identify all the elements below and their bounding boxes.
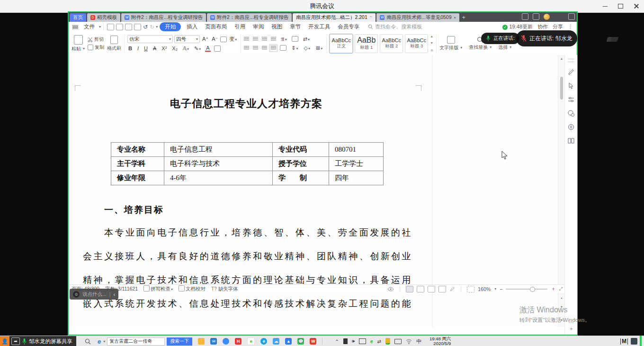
increase-indent-icon[interactable]	[271, 37, 276, 41]
printer-icon[interactable]	[394, 339, 402, 344]
battery-icon[interactable]	[343, 338, 348, 344]
share-button[interactable]: 分享	[553, 23, 563, 30]
strikethrough-button[interactable]: A	[152, 46, 157, 51]
align-center-icon[interactable]	[253, 46, 258, 50]
tab-doc-opinions[interactable]: W南昌应用技术师...等意见0509▾	[376, 13, 459, 22]
phonetic-guide-button[interactable]: 变▾	[228, 36, 238, 43]
text-direction-button[interactable]: 𝔄▾	[280, 36, 287, 42]
tab-grid-icon[interactable]	[533, 13, 539, 20]
meeting-member-icon[interactable]: 👤	[0, 336, 9, 346]
underline-button[interactable]: U	[143, 46, 149, 51]
export-pdf-icon[interactable]	[116, 24, 123, 30]
read-view-icon[interactable]	[428, 286, 435, 292]
save-icon[interactable]	[107, 24, 114, 30]
cloud-app-icon[interactable]: ☁	[273, 338, 279, 345]
chat-quick-bubble[interactable]: ☺ 说点什么... | ‹	[70, 289, 118, 300]
menu-page-layout[interactable]: 页面布局	[201, 23, 231, 30]
tab-doc-attachment-2[interactable]: W附件2：南昌应...程专业调研报告	[207, 13, 292, 22]
scrollbar-thumb[interactable]	[560, 77, 563, 100]
command-search[interactable]: 查找命令、搜索模板	[368, 23, 422, 30]
collaborate-button[interactable]: 协作	[537, 23, 548, 30]
tab-layout-icon[interactable]	[522, 13, 528, 20]
italic-button[interactable]: I	[136, 46, 140, 51]
more-menu-icon[interactable]: ⋮	[568, 24, 573, 30]
account-avatar[interactable]	[544, 14, 550, 20]
collapse-chat-icon[interactable]: ‹	[114, 291, 116, 297]
font-size-select[interactable]: 四号▾	[174, 35, 200, 43]
print-icon[interactable]	[125, 24, 132, 30]
missing-fonts-button[interactable]: T? 缺失字体	[211, 286, 238, 292]
zoom-in-button[interactable]: ＋	[551, 286, 556, 292]
taskbar-search-icon[interactable]	[85, 338, 91, 345]
minimize-button[interactable]	[597, 0, 613, 12]
hamburger-icon[interactable]	[72, 25, 78, 29]
menu-dev-tools[interactable]: 开发工具	[304, 23, 334, 30]
page-view-icon[interactable]	[406, 286, 413, 292]
tab-home[interactable]: 首页	[70, 13, 86, 22]
taskbar-search-button[interactable]: 搜索一下	[167, 337, 192, 346]
drag-handle[interactable]	[568, 59, 574, 62]
zoom-slider[interactable]	[506, 289, 547, 290]
styles-gallery-more-icon[interactable]: ≡	[430, 48, 433, 53]
menu-section[interactable]: 章节	[286, 23, 304, 30]
close-button[interactable]	[628, 0, 644, 12]
ie-icon[interactable]: e	[98, 338, 101, 345]
menu-references[interactable]: 引用	[231, 23, 249, 30]
taskbar-search-box[interactable]: e ▾ 复古雷霆二合一传奇 搜索一下	[98, 337, 192, 346]
align-left-icon[interactable]	[244, 46, 249, 50]
style-heading1[interactable]: AaBb标题 1	[355, 34, 378, 53]
reader-view-icon[interactable]	[567, 137, 575, 145]
style-heading3[interactable]: AaBbCc标题 3	[405, 34, 428, 53]
undo-icon[interactable]: ↺	[143, 24, 148, 30]
tab-doc-attachment-1[interactable]: W附件2：南昌应...程专业调研报告	[121, 13, 206, 22]
style-heading2[interactable]: AaBbCc标题 2	[380, 34, 403, 53]
appstore-icon[interactable]: H	[235, 338, 242, 345]
emulator-app-icon[interactable]: M	[620, 338, 628, 345]
ime-indicator[interactable]: 中	[416, 338, 421, 345]
browser-app-icon[interactable]	[223, 338, 229, 345]
paste-button[interactable]: 粘贴▾	[72, 35, 85, 52]
adjust-sliders-icon[interactable]	[567, 96, 575, 103]
tray-ie-icon[interactable]: e	[370, 339, 373, 344]
print-preview-icon[interactable]	[134, 24, 141, 30]
tab-doc-active[interactable]: 南昌应用技术师范...稿二）2.201⌃	[293, 13, 376, 22]
fit-page-icon[interactable]	[467, 286, 474, 292]
select-cursor-icon[interactable]	[567, 82, 575, 90]
fullscreen-icon[interactable]: ⤢	[559, 286, 563, 291]
character-border-icon[interactable]	[214, 46, 221, 52]
volume-icon[interactable]: 🕪	[352, 338, 355, 344]
taskbar-search-input[interactable]: 复古雷霆二合一传奇	[107, 337, 165, 346]
web-view-icon[interactable]	[438, 286, 446, 292]
cut-button[interactable]: 剪切	[88, 36, 104, 43]
edge-icon[interactable]: e	[260, 338, 267, 345]
shrink-font-button[interactable]: A⁻	[211, 36, 219, 42]
align-right-icon[interactable]	[262, 46, 267, 50]
menu-view[interactable]: 视图	[268, 23, 286, 30]
spellcheck-toggle[interactable]: 拼写检查▾	[143, 285, 173, 292]
zoom-slider-knob[interactable]	[530, 287, 535, 292]
shading-button[interactable]: ◇▾	[303, 45, 311, 51]
eye-protect-icon[interactable]	[387, 287, 394, 291]
bullet-list-icon[interactable]	[244, 37, 249, 41]
new-tab-button[interactable]: +	[462, 14, 466, 21]
style-normal[interactable]: AaBbCc正文	[330, 34, 353, 53]
text-layout-button[interactable]: 文字排版▾	[439, 36, 462, 51]
justify-icon[interactable]	[271, 46, 276, 50]
decrease-indent-icon[interactable]	[262, 37, 267, 41]
locate-pin-icon[interactable]	[567, 123, 575, 131]
subscript-button[interactable]: X₂	[171, 46, 179, 51]
clock[interactable]: 19:48 周六 2020/5/9	[429, 337, 451, 346]
browse-object-icon[interactable]: ●	[558, 297, 565, 300]
distribute-icon[interactable]	[280, 45, 286, 51]
outline-view-icon[interactable]	[417, 286, 424, 292]
menu-home[interactable]: 开始	[160, 22, 181, 31]
scroll-up-icon[interactable]: ▲	[558, 57, 565, 60]
file-explorer-icon[interactable]	[198, 338, 205, 345]
zoom-out-button[interactable]: −	[500, 286, 502, 292]
chat-input-placeholder[interactable]: 说点什么...	[82, 291, 107, 298]
emoji-icon[interactable]: ☺	[73, 291, 80, 298]
menu-member[interactable]: 会员专享	[334, 23, 363, 30]
borders-button[interactable]: ⊞▾	[315, 45, 323, 51]
menu-insert[interactable]: 插入	[183, 23, 201, 30]
wifi-icon[interactable]	[406, 339, 412, 344]
